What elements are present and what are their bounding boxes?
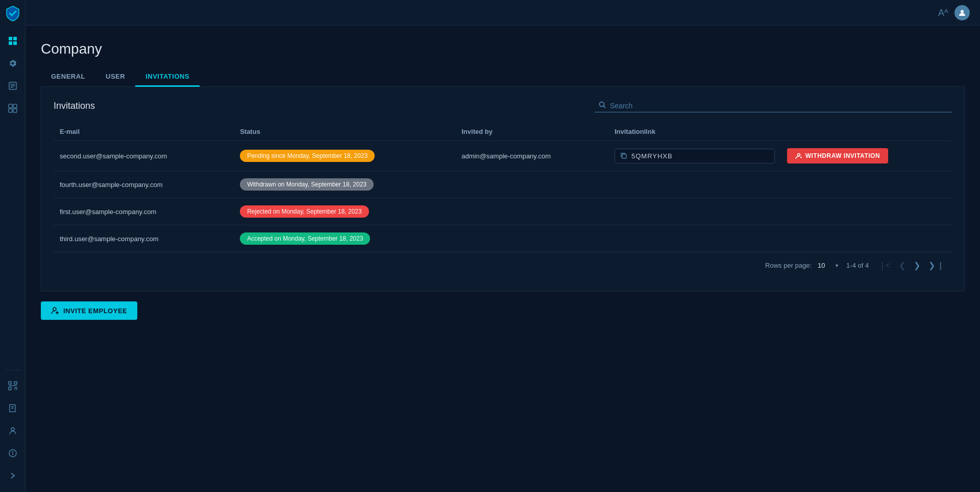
sidebar-item-book[interactable]: [5, 400, 21, 416]
page-title: Company: [41, 41, 965, 57]
col-actions: [781, 123, 952, 141]
rows-per-page-select[interactable]: 10 25 50: [818, 262, 834, 269]
sidebar-item-user[interactable]: [5, 423, 21, 439]
col-email: E-mail: [54, 123, 234, 141]
header: Aᴬ: [26, 0, 980, 26]
avatar[interactable]: [954, 5, 970, 20]
svg-point-28: [53, 308, 56, 311]
sidebar-collapse-btn[interactable]: [5, 467, 21, 484]
brand-logo-icon: [5, 5, 21, 21]
rows-select-wrapper: 10 25 50 ▾: [818, 262, 838, 269]
tabs-container: GENERAL USER INVITATIONS: [41, 67, 965, 87]
withdraw-icon: [795, 152, 802, 159]
content-panel: Invitations E-mail Status Invited by Inv…: [41, 87, 965, 291]
svg-rect-2: [9, 41, 12, 45]
pagination-last-btn[interactable]: ❯ ❘: [926, 260, 946, 271]
col-invitationlink: Invitationlink: [608, 123, 781, 141]
sidebar-item-grid[interactable]: [5, 100, 21, 116]
cell-invited-by: [455, 225, 608, 252]
chevron-down-icon: ▾: [836, 263, 838, 268]
table-row: second.user@sample-company.comPending si…: [54, 141, 952, 171]
sidebar-item-reports[interactable]: [5, 78, 21, 94]
sidebar: [0, 0, 26, 492]
cell-link: [608, 198, 781, 225]
table-row: first.user@sample-company.comRejected on…: [54, 198, 952, 225]
cell-status: Withdrawn on Monday, September 18, 2023: [234, 171, 455, 198]
pagination: Rows per page: 10 25 50 ▾ 1-4 of 4 ❘< ❮ …: [54, 252, 952, 278]
invitations-table: E-mail Status Invited by Invitationlink …: [54, 123, 952, 252]
tab-invitations[interactable]: INVITATIONS: [135, 67, 200, 87]
cell-action: WITHDRAW INVITATION: [781, 141, 952, 171]
invitations-header: Invitations: [54, 99, 952, 112]
search-input[interactable]: [610, 102, 948, 110]
cell-action: [781, 225, 952, 252]
cell-email: first.user@sample-company.com: [54, 198, 234, 225]
cell-invited-by: [455, 198, 608, 225]
status-badge: Withdrawn on Monday, September 18, 2023: [240, 178, 374, 191]
link-code: 5QMRYHXB: [631, 152, 673, 160]
tab-general[interactable]: GENERAL: [41, 67, 95, 87]
status-badge: Pending since Monday, September 18, 2023: [240, 150, 375, 162]
cell-link: [608, 171, 781, 198]
withdraw-invitation-button[interactable]: WITHDRAW INVITATION: [787, 148, 888, 163]
svg-rect-14: [9, 387, 11, 390]
cell-action: [781, 171, 952, 198]
logo: [3, 5, 23, 21]
search-container: [595, 99, 952, 112]
col-status: Status: [234, 123, 455, 141]
cell-link: 5QMRYHXB: [608, 141, 781, 171]
sidebar-item-info[interactable]: [5, 445, 21, 461]
cell-action: [781, 198, 952, 225]
pagination-range: 1-4 of 4: [846, 262, 869, 269]
svg-rect-10: [9, 109, 12, 112]
cell-link: [608, 225, 781, 252]
pagination-next-btn[interactable]: ❯: [912, 260, 922, 271]
svg-point-26: [797, 154, 800, 156]
cell-status: Pending since Monday, September 18, 2023: [234, 141, 455, 171]
svg-rect-9: [13, 104, 17, 108]
svg-point-21: [12, 452, 13, 452]
cell-invited-by: admin@sample-company.com: [455, 141, 608, 171]
status-badge: Accepted on Monday, September 18, 2023: [240, 232, 370, 245]
invitation-link-box[interactable]: 5QMRYHXB: [615, 149, 775, 163]
main-content: Company GENERAL USER INVITATIONS Invitat…: [26, 26, 980, 492]
svg-point-22: [961, 10, 964, 13]
cell-email: third.user@sample-company.com: [54, 225, 234, 252]
rows-per-page-label: Rows per page:: [765, 262, 812, 269]
tab-user[interactable]: USER: [95, 67, 135, 87]
translate-icon[interactable]: Aᴬ: [938, 7, 948, 18]
header-icons: Aᴬ: [938, 5, 970, 20]
svg-point-23: [600, 102, 604, 107]
svg-line-24: [604, 106, 606, 108]
svg-rect-1: [13, 37, 17, 40]
svg-rect-8: [9, 104, 12, 108]
svg-rect-11: [13, 109, 17, 112]
table-row: third.user@sample-company.comAccepted on…: [54, 225, 952, 252]
search-icon: [599, 101, 606, 110]
sidebar-item-dashboard[interactable]: [5, 33, 21, 49]
svg-rect-12: [9, 382, 11, 384]
cell-status: Accepted on Monday, September 18, 2023: [234, 225, 455, 252]
cell-status: Rejected on Monday, September 18, 2023: [234, 198, 455, 225]
copy-icon: [620, 152, 627, 159]
sidebar-item-settings[interactable]: [5, 55, 21, 72]
sidebar-item-scan[interactable]: [5, 378, 21, 394]
pagination-prev-btn[interactable]: ❮: [897, 260, 908, 271]
invite-employee-button[interactable]: INVITE EMPLOYEE: [41, 301, 137, 320]
withdraw-button-label: WITHDRAW INVITATION: [805, 152, 880, 159]
cell-invited-by: [455, 171, 608, 198]
cell-email: second.user@sample-company.com: [54, 141, 234, 171]
invite-employee-label: INVITE EMPLOYEE: [63, 307, 127, 315]
pagination-first-btn[interactable]: ❘<: [877, 260, 892, 271]
invitations-title: Invitations: [54, 101, 95, 111]
svg-rect-25: [622, 154, 626, 158]
table-row: fourth.user@sample-company.comWithdrawn …: [54, 171, 952, 198]
cell-email: fourth.user@sample-company.com: [54, 171, 234, 198]
col-invited-by: Invited by: [455, 123, 608, 141]
svg-point-18: [11, 428, 14, 431]
svg-rect-3: [13, 41, 17, 45]
status-badge: Rejected on Monday, September 18, 2023: [240, 205, 369, 218]
sidebar-bottom: [5, 366, 21, 487]
svg-rect-13: [14, 382, 17, 384]
svg-rect-0: [9, 37, 12, 40]
